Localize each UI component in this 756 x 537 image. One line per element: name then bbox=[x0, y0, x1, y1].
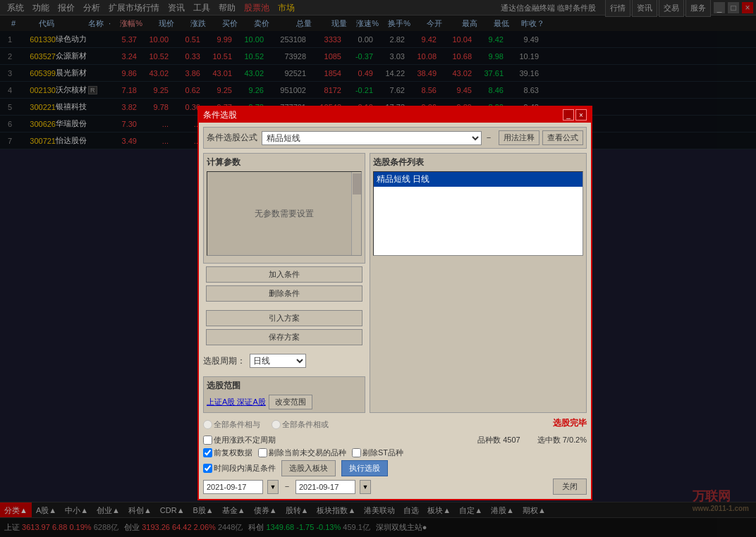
condition-list-panel: 选股条件列表 精品短线 日线 bbox=[370, 153, 587, 413]
radio-any-label[interactable]: 全部条件相或 bbox=[272, 419, 329, 430]
save-plan-btn[interactable]: 保存方案 bbox=[206, 329, 362, 345]
modal-title: 条件选股 bbox=[203, 109, 563, 121]
range-row: 上证A股 深证A股 改变范围 bbox=[207, 395, 362, 409]
period-row: 选股周期： 日线 bbox=[203, 354, 365, 368]
radio-row: 全部条件相与 全部条件相或 选股完毕 bbox=[203, 417, 587, 432]
modal-minimize-btn[interactable]: _ bbox=[563, 109, 574, 121]
use-ticker-row: 使用涨跌不定周期 品种数 4507 选中数 7/0.2% bbox=[203, 435, 587, 445]
calc-params-title: 计算参数 bbox=[207, 156, 362, 168]
calc-params-panel: 计算参数 无参数需要设置 bbox=[203, 153, 365, 264]
modal-titlebar: 条件选股 _ × bbox=[199, 107, 591, 123]
exclude-nontrade-label[interactable]: 剔除当前未交易的品种 bbox=[258, 448, 346, 458]
date-to-input[interactable] bbox=[295, 480, 355, 494]
add-to-board-btn[interactable]: 选股入板块 bbox=[281, 460, 336, 476]
no-param-text: 无参数需要设置 bbox=[255, 208, 314, 220]
scrollbar-v[interactable] bbox=[351, 172, 361, 255]
change-range-btn[interactable]: 改变范围 bbox=[269, 395, 312, 409]
options-row1: 前复权数据 剔除当前未交易的品种 剔除ST品种 bbox=[203, 448, 587, 458]
view-formula-btn[interactable]: 查看公式 bbox=[542, 130, 583, 145]
execute-btn[interactable]: 执行选股 bbox=[341, 460, 388, 476]
exclude-st-check[interactable] bbox=[352, 448, 361, 457]
radio-any[interactable] bbox=[272, 420, 281, 429]
param-area: 无参数需要设置 bbox=[207, 171, 362, 256]
front-rights-check[interactable] bbox=[203, 448, 212, 457]
condition-list-title: 选股条件列表 bbox=[373, 156, 583, 168]
scrollbar-thumb bbox=[353, 173, 361, 195]
modal-two-col: 计算参数 无参数需要设置 加入条件 删除条件 引入方案 保存方案 bbox=[203, 153, 587, 413]
complete-status: 选股完毕 bbox=[553, 417, 587, 429]
condition-list[interactable]: 精品短线 日线 bbox=[373, 171, 583, 256]
formula-dash: － bbox=[484, 132, 493, 144]
range-section: 选股范围 上证A股 深证A股 改变范围 bbox=[203, 376, 365, 413]
formula-select[interactable]: 精品短线 bbox=[262, 131, 482, 145]
range-title: 选股范围 bbox=[207, 380, 362, 392]
date-from-input[interactable] bbox=[203, 480, 263, 494]
period-label: 选股周期： bbox=[203, 355, 245, 367]
front-rights-label[interactable]: 前复权数据 bbox=[203, 448, 252, 458]
radio-all[interactable] bbox=[203, 420, 212, 429]
time-period-label[interactable]: 时间段内满足条件 bbox=[203, 463, 276, 474]
radio-all-label[interactable]: 全部条件相与 bbox=[203, 419, 260, 430]
use-ticker-check[interactable] bbox=[203, 436, 212, 445]
use-ticker-label[interactable]: 使用涨跌不定周期 bbox=[203, 435, 276, 445]
condition-stock-modal: 条件选股 _ × 条件选股公式 精品短线 － 用法注释 查看公式 计算参数 无参… bbox=[197, 106, 592, 500]
date-to-dropdown[interactable]: ▼ bbox=[360, 480, 371, 494]
exclude-st-label[interactable]: 剔除ST品种 bbox=[352, 448, 403, 458]
species-count-label: 品种数 4507 bbox=[477, 435, 520, 445]
range-markets[interactable]: 上证A股 深证A股 bbox=[207, 397, 266, 407]
condition-item[interactable]: 精品短线 日线 bbox=[374, 172, 583, 187]
import-plan-btn[interactable]: 引入方案 bbox=[206, 310, 362, 326]
formula-label: 条件选股公式 bbox=[207, 132, 257, 144]
date-row: ▼ － ▼ 关闭 bbox=[203, 479, 587, 495]
modal-body: 条件选股公式 精品短线 － 用法注释 查看公式 计算参数 无参数需要设置 bbox=[199, 123, 591, 499]
formula-row: 条件选股公式 精品短线 － 用法注释 查看公式 bbox=[203, 127, 587, 149]
modal-close-x-btn[interactable]: × bbox=[575, 109, 587, 121]
date-from-dropdown[interactable]: ▼ bbox=[267, 480, 279, 494]
time-period-check[interactable] bbox=[203, 464, 212, 473]
usage-note-btn[interactable]: 用法注释 bbox=[499, 130, 539, 145]
date-dash: － bbox=[283, 481, 291, 493]
add-condition-btn[interactable]: 加入条件 bbox=[206, 266, 362, 283]
selected-count-label: 选中数 7/0.2% bbox=[537, 435, 587, 445]
delete-condition-btn[interactable]: 删除条件 bbox=[206, 285, 362, 302]
modal-close-btn[interactable]: 关闭 bbox=[553, 479, 587, 495]
condition-buttons: 加入条件 删除条件 bbox=[203, 266, 365, 302]
options-row2: 时间段内满足条件 选股入板块 执行选股 bbox=[203, 460, 587, 476]
period-select[interactable]: 日线 bbox=[250, 354, 306, 368]
plan-buttons: 引入方案 保存方案 bbox=[203, 310, 365, 345]
exclude-nontrade-check[interactable] bbox=[258, 448, 267, 457]
